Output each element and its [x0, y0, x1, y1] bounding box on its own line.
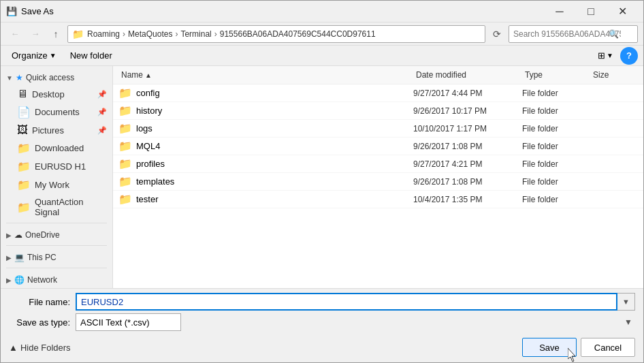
- save-button[interactable]: Save: [522, 338, 577, 357]
- organize-label: Organize: [12, 50, 48, 61]
- search-input[interactable]: [509, 25, 638, 43]
- address-toolbar: ← → ↑ 📁 Roaming › MetaQuotes › Terminal …: [1, 22, 643, 46]
- savetype-select[interactable]: ASCII Text (*.csv) CSV (Comma delimited)…: [76, 313, 181, 331]
- table-row[interactable]: 📁 history 9/26/2017 10:17 PM File folder: [113, 102, 643, 120]
- file-name: history: [136, 106, 162, 116]
- bc-part-4: 915566BA06ADA407569C544CC0D97611: [220, 29, 376, 39]
- desktop-label: Desktop: [32, 89, 65, 99]
- sidebar-item-pictures[interactable]: 🖼 Pictures 📌: [1, 121, 112, 139]
- folder-icon: 📁: [118, 104, 132, 117]
- sidebar-item-thispc[interactable]: ▶ 💻 This PC: [1, 249, 112, 265]
- documents-icon: 📄: [17, 106, 31, 119]
- thispc-icon: 💻: [14, 253, 25, 262]
- table-row[interactable]: 📁 templates 9/26/2017 1:08 PM File folde…: [113, 173, 643, 191]
- col-date[interactable]: Date modified: [413, 69, 522, 81]
- maximize-button[interactable]: □: [575, 1, 607, 22]
- table-row[interactable]: 📁 profiles 9/27/2017 4:21 PM File folder: [113, 155, 643, 173]
- sidebar-item-network[interactable]: ▶ 🌐 Network: [1, 271, 112, 287]
- file-name-cell: 📁 tester: [118, 193, 413, 206]
- hide-folders-label: Hide Folders: [20, 343, 71, 353]
- up-button[interactable]: ↑: [47, 25, 65, 43]
- close-button[interactable]: ✕: [607, 1, 638, 22]
- sidebar-section-quick-access[interactable]: ▼ ★ Quick access: [1, 69, 112, 85]
- organize-button[interactable]: Organize ▼: [6, 48, 62, 64]
- toolbar2-right: ⊞ ▼ ?: [594, 47, 638, 65]
- file-date: 10/10/2017 1:17 PM: [413, 124, 522, 133]
- eurusd-label: EURUSD H1: [35, 161, 86, 172]
- sidebar: ▼ ★ Quick access 🖥 Desktop 📌 📄 Documents…: [1, 66, 113, 288]
- minimize-button[interactable]: ─: [544, 1, 575, 22]
- savetype-wrapper: ASCII Text (*.csv) CSV (Comma delimited)…: [76, 313, 635, 331]
- file-name-cell: 📁 profiles: [118, 157, 413, 170]
- file-date: 9/27/2017 4:21 PM: [413, 159, 522, 169]
- breadcrumb[interactable]: 📁 Roaming › MetaQuotes › Terminal › 9155…: [67, 25, 485, 43]
- table-row[interactable]: 📁 MQL4 9/26/2017 1:08 PM File folder: [113, 138, 643, 155]
- sidebar-item-quantaction[interactable]: 📁 QuantAction Signal: [1, 194, 112, 220]
- file-date: 9/26/2017 1:08 PM: [413, 142, 522, 151]
- hide-folders-button[interactable]: ▲ Hide Folders: [9, 343, 71, 353]
- cancel-button[interactable]: Cancel: [581, 338, 635, 357]
- folder-icon: 📁: [118, 140, 132, 153]
- sidebar-item-onedrive[interactable]: ▶ ☁ OneDrive: [1, 226, 112, 242]
- table-row[interactable]: 📁 config 9/27/2017 4:44 PM File folder: [113, 84, 643, 102]
- file-rows-container: 📁 config 9/27/2017 4:44 PM File folder 📁…: [113, 84, 643, 208]
- mywork-folder-icon: 📁: [17, 178, 31, 191]
- svg-marker-0: [568, 348, 575, 362]
- bc-part-2: MetaQuotes: [128, 29, 172, 39]
- savetype-label: Save as type:: [9, 317, 70, 328]
- refresh-button[interactable]: ⟳: [488, 25, 506, 43]
- file-name: MQL4: [136, 141, 160, 151]
- file-list-header: Name ▲ Date modified Type Size: [113, 66, 643, 84]
- file-date: 9/26/2017 1:08 PM: [413, 177, 522, 187]
- onedrive-icon: ☁: [14, 230, 22, 240]
- table-row[interactable]: 📁 logs 10/10/2017 1:17 PM File folder: [113, 120, 643, 138]
- onedrive-label: OneDrive: [25, 230, 60, 240]
- sidebar-item-downloaded[interactable]: 📁 Downloaded: [1, 139, 112, 157]
- sidebar-item-eurusd[interactable]: 📁 EURUSD H1: [1, 157, 112, 176]
- folder-icon: 📁: [118, 175, 132, 188]
- forward-icon: →: [31, 29, 40, 39]
- file-type: File folder: [522, 142, 590, 151]
- help-button[interactable]: ?: [620, 47, 638, 65]
- col-size[interactable]: Size: [590, 69, 638, 81]
- bottom-bar: File name: ▼ Save as type: ASCII Text (*…: [1, 288, 643, 362]
- file-type: File folder: [522, 195, 590, 204]
- col-type[interactable]: Type: [522, 69, 590, 81]
- thispc-label: This PC: [27, 253, 57, 262]
- file-list-area: Name ▲ Date modified Type Size 📁 config: [113, 66, 643, 288]
- documents-pin-icon: 📌: [97, 108, 107, 116]
- file-date: 10/4/2017 1:35 PM: [413, 195, 522, 204]
- sidebar-item-mywork[interactable]: 📁 My Work: [1, 176, 112, 194]
- file-name-cell: 📁 history: [118, 104, 413, 117]
- file-type: File folder: [522, 89, 590, 98]
- col-name[interactable]: Name ▲: [118, 69, 413, 81]
- file-name: templates: [136, 176, 174, 187]
- quick-access-collapse-icon: ▼: [6, 74, 13, 82]
- filename-input[interactable]: [76, 293, 617, 311]
- network-collapse-icon: ▶: [6, 277, 12, 284]
- pictures-label: Pictures: [32, 125, 64, 136]
- bc-part-3: Terminal: [180, 29, 211, 39]
- new-folder-button[interactable]: New folder: [65, 48, 118, 64]
- quick-access-label: Quick access: [26, 73, 74, 82]
- savetype-arrow-icon: ▼: [624, 317, 632, 327]
- title-icon: 💾: [6, 6, 17, 17]
- view-button[interactable]: ⊞ ▼: [594, 48, 617, 64]
- sidebar-item-desktop[interactable]: 🖥 Desktop 📌: [1, 85, 112, 103]
- sidebar-item-documents[interactable]: 📄 Documents 📌: [1, 103, 112, 121]
- thispc-collapse-icon: ▶: [6, 254, 12, 262]
- savetype-row: Save as type: ASCII Text (*.csv) CSV (Co…: [1, 313, 643, 335]
- organize-toolbar: Organize ▼ New folder ⊞ ▼ ?: [1, 46, 643, 66]
- quick-access-icon: ★: [16, 73, 23, 82]
- downloaded-label: Downloaded: [35, 143, 84, 153]
- view-arrow: ▼: [607, 52, 613, 59]
- mywork-label: My Work: [35, 180, 69, 190]
- file-date: 9/26/2017 10:17 PM: [413, 106, 522, 116]
- back-button[interactable]: ←: [6, 25, 24, 43]
- filename-dropdown-button[interactable]: ▼: [617, 293, 635, 311]
- table-row[interactable]: 📁 tester 10/4/2017 1:35 PM File folder: [113, 191, 643, 208]
- network-label: Network: [27, 275, 57, 285]
- forward-button[interactable]: →: [27, 25, 44, 43]
- quantaction-folder-icon: 📁: [17, 201, 31, 214]
- folder-icon: 📁: [118, 193, 132, 206]
